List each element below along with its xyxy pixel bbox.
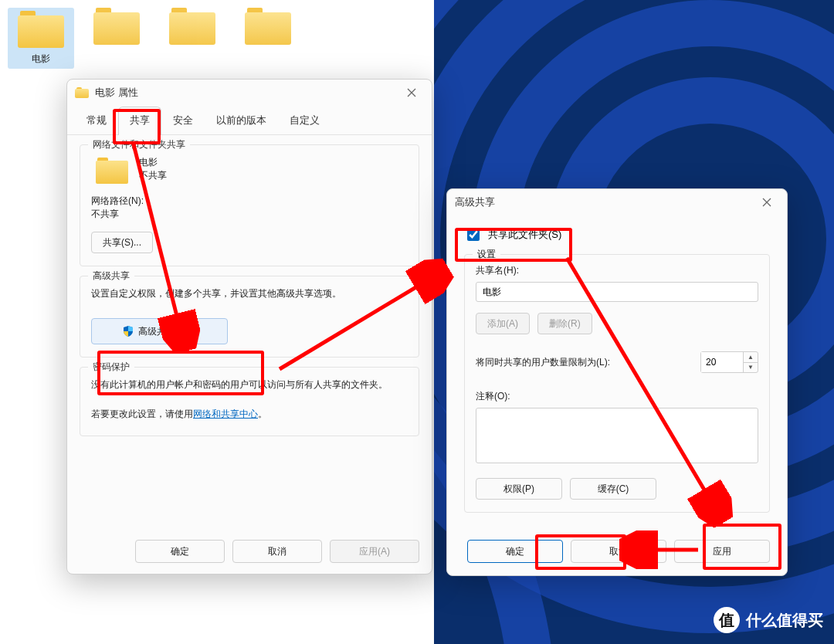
share-button[interactable]: 共享(S)... <box>91 232 153 253</box>
share-folder-name: 电影 <box>91 154 408 169</box>
spin-up-icon[interactable]: ▲ <box>744 352 758 363</box>
network-sharing-center-link[interactable]: 网络和共享中心 <box>193 408 258 419</box>
fieldset-legend: 设置 <box>473 248 500 261</box>
cancel-button[interactable]: 取消 <box>232 540 322 563</box>
groupbox-legend: 密码保护 <box>88 361 134 374</box>
share-name-input[interactable] <box>476 282 758 302</box>
dialog-title: 高级共享 <box>455 195 495 209</box>
groupbox-legend: 高级共享 <box>88 269 134 283</box>
advanced-share-button-label: 高级共享(D)... <box>138 325 196 338</box>
tab-customize[interactable]: 自定义 <box>278 107 331 135</box>
comment-textarea[interactable] <box>476 408 758 463</box>
tab-security[interactable]: 安全 <box>161 107 205 135</box>
shield-icon <box>123 326 134 337</box>
folder-icon <box>75 87 89 98</box>
share-name-label: 共享名(H): <box>476 264 758 277</box>
advanced-share-description: 设置自定义权限，创建多个共享，并设置其他高级共享选项。 <box>91 286 408 301</box>
folder-item[interactable] <box>83 8 150 69</box>
cancel-button[interactable]: 取消 <box>571 540 666 563</box>
share-checkbox-input[interactable] <box>467 229 480 241</box>
caching-button[interactable]: 缓存(C) <box>570 478 656 500</box>
watermark-badge-icon: 值 <box>714 607 740 633</box>
tab-sharing[interactable]: 共享 <box>118 107 161 135</box>
tab-previous-versions[interactable]: 以前的版本 <box>205 107 278 135</box>
user-limit-spinner[interactable]: ▲▼ <box>700 351 758 373</box>
ok-button[interactable]: 确定 <box>135 540 225 563</box>
watermark: 值 什么值得买 <box>714 607 823 633</box>
folder-icon <box>96 158 128 184</box>
dialog-title: 电影 属性 <box>95 86 138 100</box>
folder-label: 电影 <box>8 53 74 66</box>
comment-label: 注释(O): <box>476 390 758 403</box>
folder-item[interactable]: 电影 <box>8 8 74 69</box>
groupbox-legend: 网络文件和文件夹共享 <box>88 138 190 151</box>
close-button[interactable] <box>754 193 779 212</box>
user-limit-label: 将同时共享的用户数量限制为(L): <box>476 356 610 369</box>
watermark-text: 什么值得买 <box>746 610 823 631</box>
user-limit-input[interactable] <box>701 352 743 372</box>
spin-down-icon[interactable]: ▼ <box>744 363 758 373</box>
share-status: 不共享 <box>91 169 408 182</box>
ok-button[interactable]: 确定 <box>467 540 563 563</box>
add-button[interactable]: 添加(A) <box>476 313 530 334</box>
share-checkbox-label: 共享此文件夹(S) <box>488 228 561 242</box>
share-this-folder-checkbox[interactable]: 共享此文件夹(S) <box>464 226 770 243</box>
close-button[interactable] <box>399 83 424 102</box>
remove-button[interactable]: 删除(R) <box>537 313 592 334</box>
folder-item[interactable] <box>235 8 301 69</box>
advanced-share-button[interactable]: 高级共享(D)... <box>91 318 228 344</box>
password-protect-text: 没有此计算机的用户帐户和密码的用户可以访问与所有人共享的文件夹。 <box>91 377 408 394</box>
network-path-label: 网络路径(N): <box>91 195 408 208</box>
apply-button[interactable]: 应用 <box>674 540 770 563</box>
folder-icon <box>18 11 64 48</box>
permissions-button[interactable]: 权限(P) <box>476 478 562 500</box>
apply-button[interactable]: 应用(A) <box>330 540 419 563</box>
tab-general[interactable]: 常规 <box>75 107 118 135</box>
tabs: 常规 共享 安全 以前的版本 自定义 <box>67 106 432 135</box>
network-path-value: 不共享 <box>91 208 408 221</box>
folder-item[interactable] <box>159 8 225 69</box>
advanced-sharing-dialog: 高级共享 共享此文件夹(S) 设置 共享名(H): 添加(A) 删除(R) 将同… <box>446 188 788 576</box>
password-protect-text2: 若要更改此设置，请使用网络和共享中心。 <box>91 406 408 423</box>
properties-dialog: 电影 属性 常规 共享 安全 以前的版本 自定义 网络文件和文件夹共享 电影 不… <box>66 79 432 575</box>
